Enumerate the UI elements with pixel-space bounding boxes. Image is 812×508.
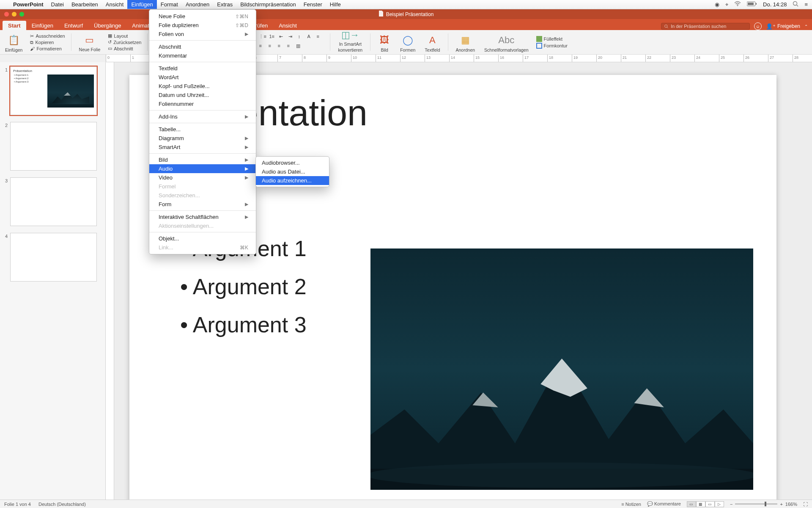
menu-bildschirm[interactable]: Bildschirmpräsentation	[236, 0, 300, 9]
shapes-button[interactable]: ◯Formen	[398, 32, 417, 52]
reset-button[interactable]: ↺Zurücksetzen	[108, 39, 141, 45]
menu-item[interactable]: Add-Ins▶	[149, 112, 256, 121]
thumbnail-3[interactable]	[10, 177, 97, 226]
copy-button[interactable]: ⧉Kopieren	[30, 40, 65, 45]
paste-button[interactable]: 📋 Einfügen	[3, 32, 24, 52]
menu-item[interactable]: Form▶	[149, 200, 256, 209]
slideshow-view-button[interactable]: ▷	[715, 501, 724, 507]
menu-bearbeiten[interactable]: Bearbeiten	[68, 0, 102, 9]
zoom-window-button[interactable]	[19, 12, 24, 17]
increase-indent-button[interactable]: ⇥	[288, 34, 296, 41]
status-icon-1[interactable]: ◉	[715, 1, 719, 8]
bullets-button[interactable]: ⋮≡	[259, 34, 267, 41]
section-button[interactable]: ▭Abschnitt	[108, 46, 141, 51]
align-center-button[interactable]: ≡	[268, 43, 276, 51]
menu-item[interactable]: SmartArt▶	[149, 143, 256, 152]
arrange-button[interactable]: ▦Anordnen	[454, 32, 477, 52]
share-button[interactable]: 👤⁺ Freigeben	[766, 23, 800, 30]
menu-item[interactable]: Diagramm▶	[149, 134, 256, 143]
line-spacing-button[interactable]: ↕	[298, 34, 305, 41]
cut-button[interactable]: ✂Ausschneiden	[30, 33, 65, 39]
submenu-item[interactable]: Audio aufzeichnen...	[256, 176, 329, 185]
menu-hilfe[interactable]: Hilfe	[326, 0, 345, 9]
tab-uebergaenge[interactable]: Übergänge	[88, 21, 126, 30]
menu-item[interactable]: Neue Folie⇧⌘N	[149, 12, 256, 21]
language-indicator[interactable]: Deutsch (Deutschland)	[38, 502, 86, 507]
justify-button[interactable]: ≡	[287, 43, 294, 51]
comments-button[interactable]: 💬 Kommentare	[647, 501, 681, 507]
submenu-item[interactable]: Audio aus Datei...	[256, 167, 329, 176]
quick-styles-button[interactable]: AbcSchnellformatvorlagen	[483, 32, 530, 52]
menu-anordnen[interactable]: Anordnen	[182, 0, 213, 9]
shape-outline-button[interactable]: Formkontur	[536, 43, 568, 49]
columns-button[interactable]: ▥	[296, 43, 304, 51]
app-menu[interactable]: PowerPoint	[9, 0, 47, 9]
tab-entwurf[interactable]: Entwurf	[59, 21, 88, 30]
menu-item[interactable]: Tabelle...	[149, 125, 256, 134]
battery-icon[interactable]	[747, 1, 757, 8]
thumbnail-1[interactable]: Präsentation • Argument 1 • Argument 2 •…	[10, 66, 97, 115]
menu-einfuegen[interactable]: Einfügen	[127, 0, 156, 9]
decrease-indent-button[interactable]: ⇤	[279, 34, 287, 41]
menu-item[interactable]: Datum und Uhrzeit...	[149, 91, 256, 99]
status-icon-2[interactable]: ⌖	[725, 1, 728, 8]
numbering-button[interactable]: 1≡	[269, 34, 277, 41]
notification-center-icon[interactable]: ≡	[804, 1, 808, 8]
menu-datei[interactable]: Datei	[47, 0, 68, 9]
menu-fenster[interactable]: Fenster	[300, 0, 326, 9]
tab-ansicht-ribbon[interactable]: Ansicht	[273, 21, 302, 30]
sorter-view-button[interactable]: ▦	[696, 501, 705, 507]
convert-smartart-button[interactable]: ◫→ In SmartArt konvertieren	[336, 32, 364, 52]
notes-button[interactable]: ≡ Notizen	[621, 502, 641, 507]
align-left-button[interactable]: ≡	[259, 43, 266, 51]
menu-item[interactable]: Folien von▶	[149, 30, 256, 39]
reading-view-button[interactable]: ▭	[705, 501, 715, 507]
tab-einfuegen[interactable]: Einfügen	[26, 21, 59, 30]
thumbnail-4[interactable]	[10, 233, 97, 282]
thumbnail-2[interactable]	[10, 122, 97, 171]
ribbon-toolbar: 📋 Einfügen ✂Ausschneiden ⧉Kopieren 🖌Form…	[0, 30, 812, 55]
tab-start[interactable]: Start	[3, 21, 26, 30]
menu-item[interactable]: Textfeld	[149, 64, 256, 73]
close-window-button[interactable]	[4, 12, 9, 17]
align-right-button[interactable]: ≡	[277, 43, 285, 51]
new-slide-button[interactable]: ▭ Neue Folie	[77, 32, 102, 52]
zoom-slider[interactable]	[735, 503, 777, 505]
menu-item[interactable]: Foliennummer	[149, 99, 256, 108]
menu-ansicht[interactable]: Ansicht	[102, 0, 128, 9]
menu-item[interactable]: Audio▶	[149, 164, 256, 173]
layout-button[interactable]: ▦Layout	[108, 33, 141, 39]
shape-fill-button[interactable]: Fülleffekt	[536, 36, 568, 42]
menu-item[interactable]: Abschnitt	[149, 42, 256, 51]
spotlight-icon[interactable]	[793, 1, 798, 8]
collapse-ribbon-button[interactable]: ⌃	[804, 24, 808, 29]
normal-view-button[interactable]: ▭	[687, 501, 696, 507]
menu-item[interactable]: Kommentar	[149, 51, 256, 60]
menubar-clock[interactable]: Do. 14:28	[763, 1, 787, 8]
zoom-in-button[interactable]: +	[780, 502, 782, 507]
menu-item[interactable]: Bild▶	[149, 155, 256, 164]
menu-item[interactable]: Interaktive Schaltflächen▶	[149, 213, 256, 221]
menu-item[interactable]: WordArt	[149, 73, 256, 82]
search-input[interactable]: In der Präsentation suchen	[661, 23, 750, 30]
menu-extras[interactable]: Extras	[213, 0, 236, 9]
menu-item[interactable]: Video▶	[149, 173, 256, 182]
account-icon[interactable]: ☺	[754, 22, 762, 30]
submenu-item[interactable]: Audiobrowser...	[256, 158, 329, 167]
menu-item[interactable]: Kopf- und Fußzeile...	[149, 82, 256, 91]
text-direction-button[interactable]: A	[307, 34, 315, 41]
fit-to-window-button[interactable]: ⛶	[803, 502, 808, 507]
shapes-icon: ◯	[401, 34, 414, 47]
menu-item[interactable]: Folie duplizieren⇧⌘D	[149, 21, 256, 30]
zoom-level[interactable]: 166%	[785, 502, 797, 507]
align-text-button[interactable]: ≡	[316, 34, 324, 41]
picture-button[interactable]: 🖼Bild	[376, 32, 392, 52]
minimize-window-button[interactable]	[12, 12, 16, 17]
menu-format[interactable]: Format	[157, 0, 182, 9]
wifi-icon[interactable]	[734, 1, 741, 8]
slide-image[interactable]	[370, 248, 753, 490]
format-painter-button[interactable]: 🖌Formatieren	[30, 46, 65, 51]
zoom-out-button[interactable]: −	[730, 502, 732, 507]
textbox-button[interactable]: ATextfeld	[423, 32, 442, 52]
menu-item[interactable]: Objekt...	[149, 234, 256, 243]
